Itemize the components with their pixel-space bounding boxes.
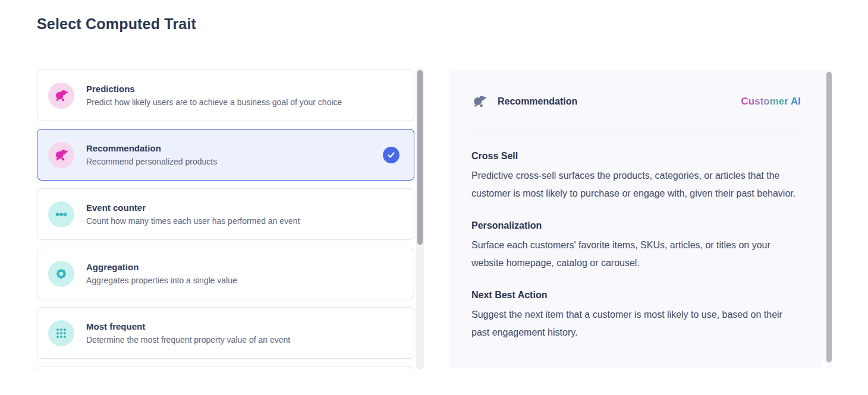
trait-card-description: Determine the most frequent property val…	[86, 335, 400, 345]
detail-section-personalization: PersonalizationSurface each customers' f…	[471, 218, 801, 272]
trait-card-description: Count how many times each user has perfo…	[86, 216, 400, 226]
trait-card-title: Event counter	[86, 203, 400, 213]
trait-detail-panel: Recommendation Customer AI Cross SellPre…	[449, 69, 823, 368]
beads-icon	[48, 201, 74, 227]
detail-header: Recommendation Customer AI	[471, 93, 801, 109]
select-computed-trait-screen: Select Computed Trait PredictionsPredict…	[0, 0, 868, 395]
section-body: Surface each customers' favorite items, …	[471, 236, 801, 272]
trait-list-scrollbar[interactable]	[416, 68, 424, 370]
trait-card-text: Event counterCount how many times each u…	[86, 203, 400, 226]
trait-card-most-frequent[interactable]: Most frequentDetermine the most frequent…	[37, 307, 414, 359]
detail-section-cross-sell: Cross SellPredictive cross-sell surfaces…	[471, 148, 801, 203]
cluster-icon	[471, 93, 488, 109]
trait-card-text: Most frequentDetermine the most frequent…	[86, 321, 400, 345]
trait-card-title: Most frequent	[86, 321, 400, 331]
section-body: Suggest the next item that a customer is…	[471, 306, 801, 342]
trait-card-recommendation[interactable]: RecommendationRecommend personalized pro…	[37, 129, 414, 181]
section-heading: Next Best Action	[471, 287, 801, 303]
trait-card-predictions[interactable]: PredictionsPredict how likely users are …	[37, 69, 414, 121]
trait-card-text: PredictionsPredict how likely users are …	[86, 84, 400, 107]
customer-ai-badge: Customer AI	[741, 96, 801, 108]
trait-card-description: Predict how likely users are to achieve …	[86, 97, 400, 107]
trait-card-text: RecommendationRecommend personalized pro…	[86, 143, 383, 166]
cluster-icon	[48, 142, 74, 168]
detail-panel-scrollbar-thumb[interactable]	[826, 72, 832, 362]
trait-card-title: Predictions	[86, 84, 400, 94]
dot-grid-icon	[48, 320, 74, 346]
trait-card-description: Recommend personalized products	[86, 157, 383, 166]
trait-list-scrollbar-thumb[interactable]	[417, 70, 423, 245]
ring-icon	[48, 261, 74, 287]
trait-card-title: Aggregation	[86, 262, 400, 272]
section-body: Predictive cross-sell surfaces the produ…	[471, 167, 801, 203]
trait-card-description: Aggregates properties into a single valu…	[86, 276, 400, 285]
section-heading: Personalization	[471, 218, 801, 233]
detail-panel-scrollbar[interactable]	[825, 69, 832, 368]
detail-title: Recommendation	[498, 96, 577, 107]
header-divider	[471, 134, 801, 134]
trait-card-text: AggregationAggregates properties into a …	[86, 262, 400, 285]
detail-sections: Cross SellPredictive cross-sell surfaces…	[471, 148, 801, 342]
detail-section-next-best-action: Next Best ActionSuggest the next item th…	[471, 287, 801, 342]
page-title: Select Computed Trait	[37, 15, 196, 33]
trait-card-title: Recommendation	[86, 143, 383, 153]
trait-card-aggregation[interactable]: AggregationAggregates properties into a …	[37, 248, 414, 299]
trait-card-partial[interactable]	[37, 366, 414, 370]
section-heading: Cross Sell	[471, 148, 801, 164]
trait-list: PredictionsPredict how likely users are …	[37, 68, 424, 370]
trait-list-items: PredictionsPredict how likely users are …	[37, 69, 414, 370]
selected-check-icon	[383, 147, 400, 163]
trait-card-event-counter[interactable]: Event counterCount how many times each u…	[37, 188, 414, 240]
cluster-icon	[48, 83, 74, 109]
